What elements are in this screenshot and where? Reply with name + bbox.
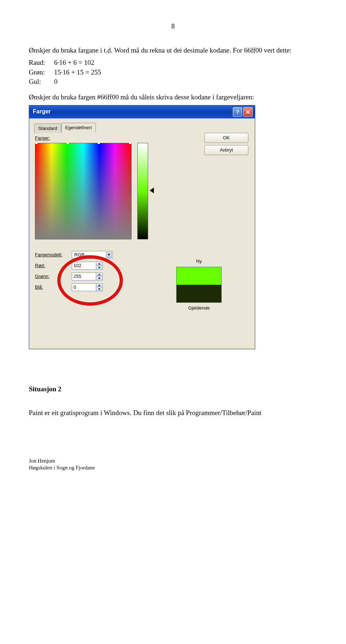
fargemodell-select[interactable]: RGB [72, 251, 113, 259]
situation-text: Paint er eit gratisprogram i Windows. Du… [29, 408, 317, 418]
footer-author: Jon Henjum [29, 458, 317, 465]
cancel-button[interactable]: Avbryt [204, 145, 248, 155]
close-button[interactable] [243, 107, 253, 117]
page-number: 8 [29, 22, 317, 31]
chevron-down-icon[interactable] [96, 266, 102, 269]
chevron-up-icon[interactable] [96, 284, 102, 288]
luminance-slider[interactable] [137, 143, 148, 239]
situation-heading: Situasjon 2 [29, 384, 317, 394]
dialog-title: Farger [33, 108, 232, 116]
rod-label: Rød: [35, 262, 72, 269]
color-field[interactable] [35, 143, 132, 239]
bla-input[interactable] [72, 283, 96, 291]
fargemodell-value: RGB [74, 252, 84, 258]
ok-button[interactable]: OK [204, 133, 248, 143]
footer: Jon Henjum Høgskulen i Sogn og Fjordane [29, 458, 317, 472]
bla-label: Blå: [35, 284, 72, 291]
tab-standard[interactable]: Standard [34, 123, 61, 133]
tab-strip: Standard Egendefinert [34, 123, 250, 132]
ny-label: Ny [176, 258, 222, 265]
rod-input[interactable] [72, 262, 96, 270]
close-icon [245, 109, 250, 114]
titlebar: Farger ? [29, 105, 255, 118]
chevron-down-icon [106, 252, 112, 258]
new-color-swatch [177, 267, 221, 285]
chevron-up-icon[interactable] [96, 262, 102, 266]
chevron-up-icon[interactable] [96, 273, 102, 277]
triangle-left-icon[interactable] [150, 188, 154, 193]
gjeldende-label: Gjeldende [176, 305, 222, 311]
intro-paragraph: Ønskjer du bruka fargane i t.d. Word må … [29, 46, 317, 55]
rod-spinner[interactable] [96, 262, 103, 270]
gronn-input[interactable] [72, 273, 96, 280]
gron-value: 15·16 + 15 = 255 [54, 68, 101, 77]
tab-egendefinert[interactable]: Egendefinert [61, 123, 96, 132]
chevron-down-icon[interactable] [96, 276, 102, 280]
color-preview: Ny Gjeldende [176, 258, 222, 311]
gron-label: Grøn: [29, 68, 54, 77]
bla-spinner[interactable] [96, 283, 103, 291]
fargemodell-label: Fargemodell: [35, 252, 72, 258]
calc-block: Raud: 6·16 + 6 = 102 Grøn: 15·16 + 15 = … [29, 58, 317, 87]
raud-value: 6·16 + 6 = 102 [54, 58, 94, 68]
followup-paragraph: Ønskjer du bruka fargen #66ff00 må du så… [29, 93, 317, 102]
gul-value: 0 [54, 77, 58, 87]
color-dialog: Farger ? Standard Egendefinert Farger: [29, 105, 255, 349]
gronn-label: Grønn: [35, 273, 72, 280]
current-color-swatch [177, 285, 221, 302]
gronn-spinner[interactable] [96, 273, 103, 280]
chevron-down-icon[interactable] [96, 287, 102, 291]
gul-label: Gul: [29, 77, 54, 87]
help-button[interactable]: ? [233, 107, 242, 117]
raud-label: Raud: [29, 58, 54, 68]
footer-institution: Høgskulen i Sogn og Fjordane [29, 464, 317, 472]
